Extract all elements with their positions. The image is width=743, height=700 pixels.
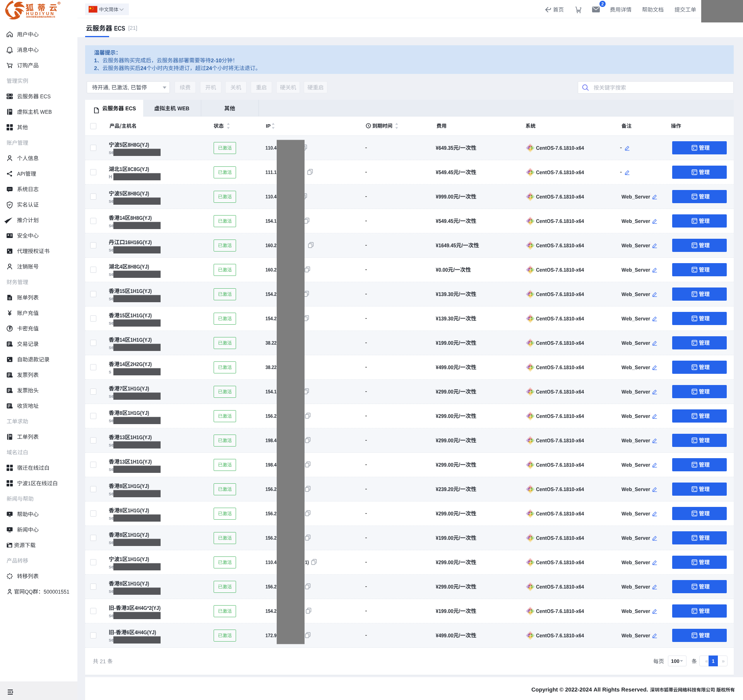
svg-text:R: R xyxy=(58,2,60,4)
